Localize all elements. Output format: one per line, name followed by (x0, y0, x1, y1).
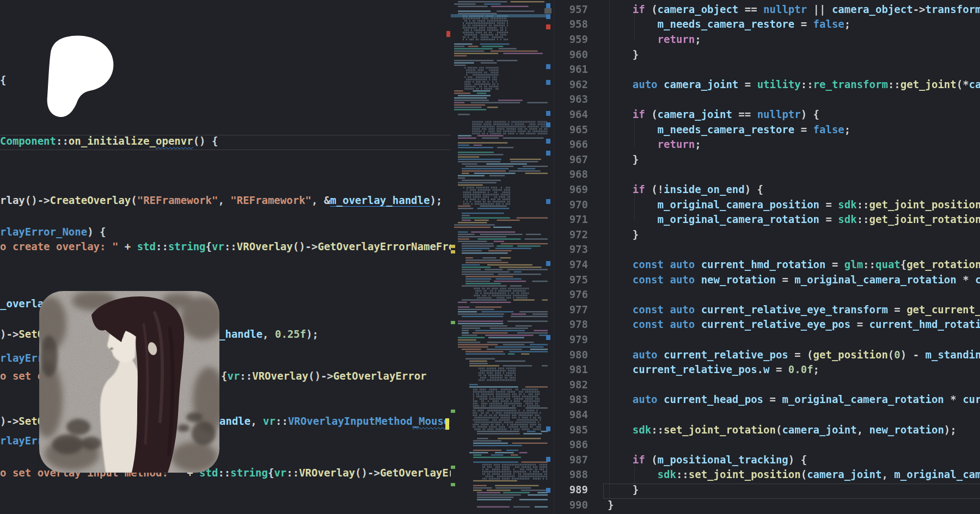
code-line[interactable]: sdk::set_joint_rotation(camera_joint, ne… (633, 424, 957, 439)
line-number[interactable]: 957 (555, 3, 588, 18)
code-line[interactable]: m_needs_camera_restore = false; (658, 18, 851, 33)
line-number[interactable]: 972 (555, 228, 588, 244)
line-number[interactable]: 973 (555, 243, 588, 258)
code-line[interactable]: return; (658, 33, 701, 48)
code-line[interactable]: rlayErr (0, 435, 44, 450)
line-number[interactable]: 965 (555, 123, 588, 139)
line-number[interactable]: 990 (555, 499, 588, 514)
line-number[interactable]: 966 (555, 138, 588, 153)
code-line[interactable]: _overla (0, 298, 44, 313)
code-token: o set o (0, 370, 44, 382)
line-number[interactable]: 982 (555, 379, 588, 394)
code-line[interactable]: auto camera_joint = utility::re_transfor… (633, 78, 980, 94)
code-line[interactable]: )->SetO (0, 415, 44, 430)
code-line[interactable]: if (camera_object == nullptr || camera_o… (633, 3, 980, 18)
line-number[interactable]: 976 (555, 288, 588, 304)
code-token: vr (263, 415, 275, 427)
code-line[interactable]: rlayErr (0, 352, 44, 367)
code-line[interactable]: } (633, 48, 639, 64)
code-line[interactable]: if (camera_joint == nullptr) { (633, 108, 819, 123)
code-line[interactable]: )->SetO (0, 328, 44, 343)
code-token (658, 78, 664, 90)
code-line[interactable]: const auto new_rotation = m_original_cam… (633, 274, 980, 289)
code-line[interactable]: _handle, 0.25f); (219, 328, 318, 343)
line-number[interactable]: 958 (555, 18, 588, 33)
code-line[interactable]: auto current_head_pos = m_original_camer… (633, 393, 980, 408)
line-number[interactable]: 964 (555, 108, 588, 123)
code-token: . (757, 363, 763, 375)
overview-modified-marker (546, 199, 550, 204)
code-token: current_hmd_rotatio (869, 318, 980, 330)
code-line[interactable]: if (m_positional_tracking) { (633, 454, 807, 469)
code-token: :: (286, 467, 299, 479)
minimap-diff-marker (451, 466, 455, 469)
code-line[interactable]: if (!inside_on_end) { (633, 183, 763, 199)
code-token (695, 274, 701, 286)
code-token: VROverlay (299, 467, 355, 479)
right-code-editor[interactable]: 9579589599609619629639649659669679689699… (555, 0, 980, 514)
line-number[interactable]: 983 (555, 393, 588, 408)
minimap-highlight-band (451, 14, 548, 17)
line-number[interactable]: 963 (555, 93, 588, 108)
code-line[interactable]: m_original_camera_rotation = sdk::get_jo… (658, 213, 980, 228)
code-token: :: (863, 258, 875, 270)
code-token: string (168, 240, 206, 252)
overview-modified-marker (546, 457, 550, 462)
code-token: :: (56, 135, 69, 147)
line-number[interactable]: 988 (555, 468, 588, 484)
code-line[interactable]: o create overlay: " + std::string{vr::VR… (0, 240, 451, 256)
line-number[interactable]: 984 (555, 408, 588, 424)
code-line[interactable]: Component::on_initialize_openvr() { (0, 135, 218, 150)
line-number[interactable]: 977 (555, 304, 588, 319)
indent-guide (609, 0, 610, 499)
line-number[interactable]: 981 (555, 363, 588, 379)
line-number[interactable]: 986 (555, 438, 588, 454)
line-number[interactable]: 985 (555, 424, 588, 439)
line-number[interactable]: 975 (555, 274, 588, 289)
code-line[interactable]: } (633, 484, 639, 499)
line-number[interactable]: 962 (555, 78, 588, 94)
line-number[interactable]: 980 (555, 349, 588, 364)
code-token: VROverlayInputMethod (288, 415, 413, 427)
code-line[interactable]: const auto current_relative_eye_transfor… (633, 304, 980, 319)
code-token: = (819, 199, 838, 210)
code-line[interactable]: current_relative_pos.w = 0.0f; (633, 363, 819, 379)
line-number[interactable]: 959 (555, 33, 588, 48)
code-line[interactable]: } (633, 228, 639, 244)
code-token: sdk (838, 213, 856, 225)
code-line[interactable]: return; (658, 138, 701, 153)
code-line[interactable]: { (0, 74, 6, 89)
line-number[interactable]: 961 (555, 63, 588, 78)
code-token: m_positional_tracking (658, 454, 788, 466)
code-line[interactable]: andle, vr::VROverlayInputMethod_Mouse (219, 415, 450, 430)
line-number[interactable]: 960 (555, 48, 588, 64)
code-line[interactable]: rlayError_None) { (0, 226, 106, 241)
code-line[interactable]: const auto current_relative_eye_pos = cu… (633, 318, 980, 333)
code-line[interactable]: m_original_camera_position = sdk::get_jo… (658, 199, 980, 214)
code-token: = (825, 258, 844, 270)
line-number[interactable]: 979 (555, 333, 588, 349)
scrollbar-thumb[interactable] (544, 8, 552, 14)
minimap[interactable] (451, 0, 548, 514)
line-number[interactable]: 968 (555, 168, 588, 183)
line-number[interactable]: 989 (555, 484, 588, 499)
code-line[interactable]: {vr::VROverlay()->GetOverlayError (221, 370, 427, 385)
code-token: "REFramework" (137, 194, 218, 206)
code-token: current_relative_eye_pos (701, 318, 851, 330)
line-number[interactable]: 978 (555, 318, 588, 333)
code-line[interactable]: } (633, 153, 639, 169)
line-number[interactable]: 971 (555, 213, 588, 228)
code-line[interactable]: } (608, 499, 614, 514)
code-line[interactable]: sdk::set_joint_position(camera_joint, m_… (658, 468, 980, 484)
code-line[interactable]: rlay()->CreateOverlay("REFramework", "RE… (0, 194, 442, 209)
code-line[interactable]: o set o (0, 370, 44, 385)
line-number[interactable]: 969 (555, 183, 588, 199)
line-number[interactable]: 967 (555, 153, 588, 169)
code-line[interactable]: m_needs_camera_restore = false; (658, 123, 851, 139)
line-number[interactable]: 987 (555, 454, 588, 469)
line-number[interactable]: 974 (555, 258, 588, 274)
code-token: false (813, 123, 844, 135)
code-line[interactable]: auto current_relative_pos = (get_positio… (633, 349, 980, 364)
line-number[interactable]: 970 (555, 199, 588, 214)
code-line[interactable]: const auto current_hmd_rotation = glm::q… (633, 258, 980, 274)
